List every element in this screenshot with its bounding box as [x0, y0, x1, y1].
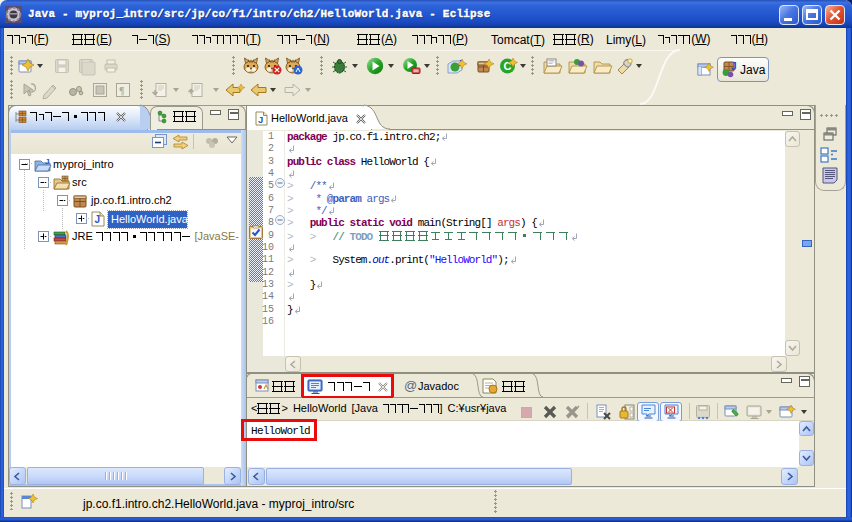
- svg-text:J: J: [95, 214, 101, 225]
- svg-text:J: J: [731, 61, 737, 72]
- svg-text:¶: ¶: [119, 85, 124, 96]
- svg-text:J: J: [45, 157, 49, 166]
- svg-text:J: J: [258, 114, 263, 125]
